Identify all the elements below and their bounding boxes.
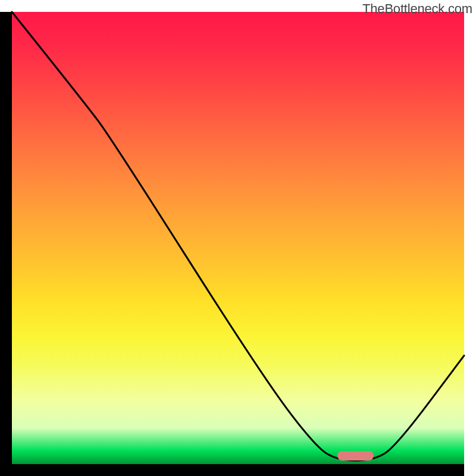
bottleneck-curve xyxy=(12,12,464,464)
watermark-text: TheBottleneck.com xyxy=(362,1,472,17)
optimal-range-marker xyxy=(337,451,374,461)
chart-container: TheBottleneck.com xyxy=(0,0,476,476)
x-axis xyxy=(12,464,464,476)
axis-corner xyxy=(0,464,12,476)
y-axis xyxy=(0,12,12,464)
